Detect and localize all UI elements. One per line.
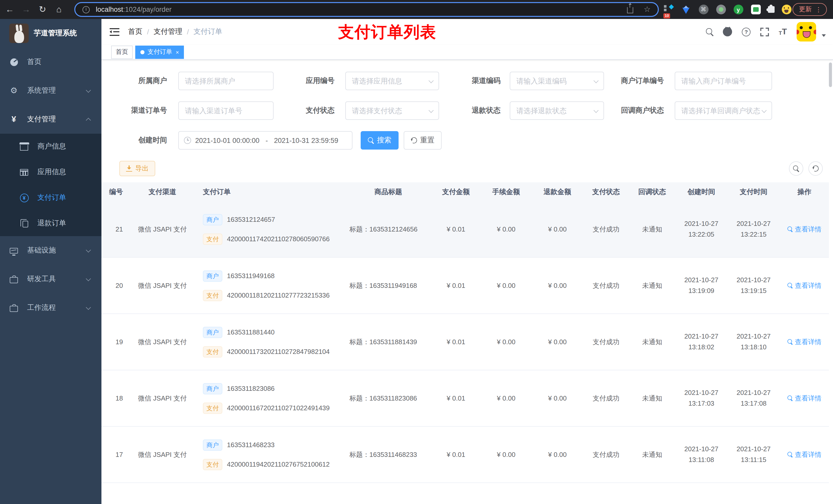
merchant-order-no-input-wrap[interactable] <box>675 72 772 90</box>
notify-status-select[interactable]: 请选择订单回调商户状态 <box>675 101 772 120</box>
extension-command-icon[interactable]: ⌘ <box>697 0 710 19</box>
filter-label-notify-status: 回调商户状态 <box>604 106 664 115</box>
filter-label-channel-order-no: 渠道订单号 <box>101 106 167 115</box>
pay-status-select[interactable]: 请选择支付状态 <box>345 101 439 120</box>
pay-status: 支付成功 <box>583 337 629 346</box>
extension-record-icon[interactable] <box>714 0 728 19</box>
merchant-order-no: 1635311949168 <box>227 272 275 280</box>
view-icon <box>787 339 793 345</box>
table-row-partial: 商户 1635311251796 <box>101 483 829 504</box>
grid-icon <box>20 169 29 175</box>
view-icon <box>787 452 793 457</box>
extension-y-icon[interactable]: y <box>732 0 745 19</box>
channel-order-no-input-wrap[interactable] <box>178 101 273 120</box>
pay-time: 2021-10-27 13:18:10 <box>728 331 780 352</box>
pay-amount: ¥ 0.01 <box>431 225 480 233</box>
export-button[interactable]: 导出 <box>119 161 155 176</box>
close-icon[interactable]: × <box>176 49 179 55</box>
channel-order-no: 4200001194202110276752100612 <box>227 460 330 468</box>
monitor-icon <box>9 247 19 254</box>
table-row: 18 微信 JSAPI 支付 商户 1635311823086 支付 42000… <box>101 370 829 427</box>
merchant-tag: 商户 <box>203 214 222 225</box>
sidebar-item-dev-tools[interactable]: 研发工具 <box>0 265 101 293</box>
fullscreen-icon[interactable] <box>760 27 769 36</box>
filter-label-pay-status: 支付状态 <box>273 106 335 115</box>
breadcrumb-pay-mgmt[interactable]: 支付管理 <box>154 27 182 37</box>
channel-code-select[interactable]: 请输入渠道编码 <box>510 72 604 90</box>
chevron-up-icon <box>86 118 91 123</box>
refund-amount: ¥ 0.00 <box>532 338 583 346</box>
merchant-order-no-input[interactable] <box>675 72 771 90</box>
sidebar-item-refund-order[interactable]: 退款订单 <box>0 211 101 236</box>
merchant-select[interactable] <box>178 72 273 90</box>
product-title: 标题：1635311881439 <box>345 337 431 346</box>
bookmark-star-icon[interactable]: ☆ <box>644 5 651 14</box>
refund-status-select[interactable]: 请选择退款状态 <box>510 101 604 120</box>
font-size-icon[interactable]: TT <box>779 28 787 36</box>
view-detail-link[interactable]: 查看详情 <box>787 337 822 346</box>
sidebar-item-payment[interactable]: ¥ 支付管理 <box>0 105 101 134</box>
hamburger-icon[interactable] <box>110 28 119 36</box>
sidebar-item-workflow[interactable]: 工作流程 <box>0 293 101 322</box>
search-button[interactable]: 搜索 <box>361 131 399 149</box>
sidebar-item-app-info[interactable]: 应用信息 <box>0 159 101 185</box>
notify-status: 未通知 <box>629 224 675 234</box>
chrome-update-button[interactable]: 更新 ⋮ <box>792 3 827 16</box>
product-title: 标题：1635311949168 <box>345 281 431 290</box>
forward-icon[interactable]: → <box>20 0 33 19</box>
app-logo[interactable]: 芋道管理系统 <box>0 19 101 48</box>
help-icon[interactable]: ? <box>742 27 751 36</box>
date-range-picker[interactable]: 2021-10-01 00:00:00 - 2021-10-31 23:59:5… <box>178 131 353 149</box>
search-icon[interactable] <box>706 28 713 35</box>
create-time: 2021-10-27 13:11:08 <box>675 444 728 465</box>
fee-amount: ¥ 0.00 <box>480 282 532 289</box>
pay-order-cell: 商户 1635311949168 支付 42000011812021102777… <box>196 270 345 301</box>
sidebar-item-merchant-info[interactable]: 商户信息 <box>0 134 101 159</box>
pay-channel: 微信 JSAPI 支付 <box>129 450 196 459</box>
view-detail-link[interactable]: 查看详情 <box>787 281 822 290</box>
tab-pay-order[interactable]: 支付订单 × <box>135 45 184 58</box>
back-icon[interactable]: ← <box>3 0 16 19</box>
sidebar-item-system[interactable]: ⚙ 系统管理 <box>0 76 101 105</box>
toolbar-icons <box>789 161 823 176</box>
channel-order-no-input[interactable] <box>179 102 273 119</box>
pay-status: 支付成功 <box>583 281 629 290</box>
view-icon <box>787 283 793 288</box>
extension-blocks-icon[interactable]: 10 <box>662 0 675 19</box>
reset-button[interactable]: 重置 <box>404 131 442 149</box>
sidebar-item-pay-order[interactable]: ¥ 支付订单 <box>0 185 101 211</box>
view-detail-link[interactable]: 查看详情 <box>787 393 822 403</box>
caret-down-icon[interactable] <box>822 34 826 37</box>
address-bar[interactable]: i localhost:1024/pay/order ☆ <box>74 2 659 17</box>
date-separator: - <box>264 137 270 144</box>
view-detail-link[interactable]: 查看详情 <box>787 450 822 459</box>
refund-amount: ¥ 0.00 <box>532 282 583 289</box>
active-dot <box>140 50 144 54</box>
tab-home[interactable]: 首页 <box>111 45 133 58</box>
site-info-icon[interactable]: i <box>82 6 90 13</box>
extensions-puzzle-icon[interactable] <box>764 0 778 19</box>
home-icon[interactable]: ⌂ <box>52 0 66 19</box>
avatar[interactable] <box>796 22 816 42</box>
extension-gem-icon[interactable] <box>679 0 693 19</box>
profile-emoji-icon[interactable] <box>780 0 793 19</box>
refresh-table-button[interactable] <box>808 161 823 176</box>
filter-row-2: 渠道订单号 支付状态 请选择支付状态 退款状态 请选择退款状态 回调商户状态 <box>101 101 833 120</box>
share-icon[interactable] <box>627 7 633 13</box>
view-detail-link[interactable]: 查看详情 <box>787 224 822 234</box>
scrollbar-thumb[interactable] <box>829 63 832 87</box>
breadcrumb-home[interactable]: 首页 <box>128 27 142 37</box>
hide-search-button[interactable] <box>789 161 803 176</box>
sidebar-item-home[interactable]: 首页 <box>0 48 101 76</box>
sidebar-item-infrastructure[interactable]: 基础设施 <box>0 236 101 265</box>
rabbit-logo-icon <box>9 24 29 43</box>
copy-document-icon <box>20 219 29 227</box>
reload-icon[interactable]: ↻ <box>36 0 49 19</box>
pay-time: 2021-10-27 13:17:08 <box>728 387 780 409</box>
merchant-input[interactable] <box>179 72 273 90</box>
app-select[interactable]: 请选择应用信息 <box>345 72 439 90</box>
github-icon[interactable] <box>723 27 732 37</box>
extension-chat-icon[interactable] <box>749 0 762 19</box>
browser-menu-icon[interactable]: ⋮ <box>815 6 822 13</box>
filter-row-3: 创建时间 2021-10-01 00:00:00 - 2021-10-31 23… <box>101 131 833 149</box>
